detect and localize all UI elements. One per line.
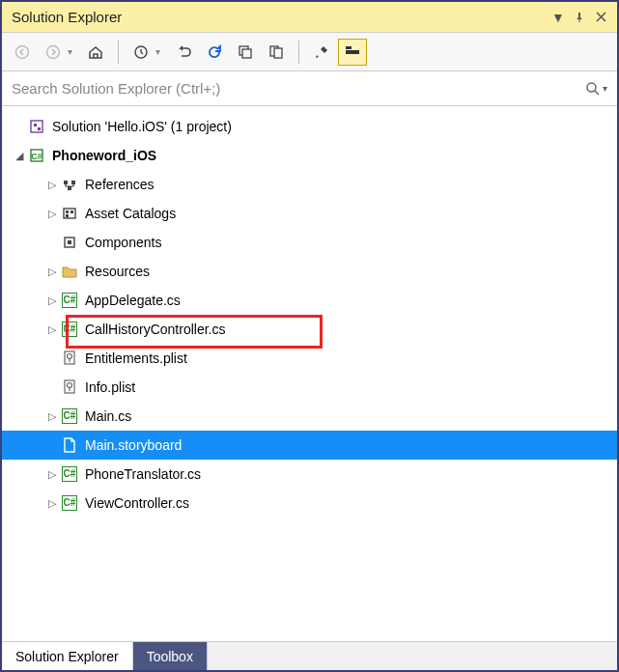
cs-icon: C# — [60, 495, 79, 511]
search-input[interactable] — [12, 80, 585, 97]
svg-rect-18 — [64, 209, 75, 218]
undo-button[interactable] — [169, 39, 198, 66]
tree-item[interactable]: ▷C#Main.cs — [2, 402, 617, 431]
solution-icon — [27, 119, 46, 134]
svg-point-9 — [587, 83, 596, 92]
expander-icon[interactable]: ▷ — [44, 315, 60, 344]
tree-label: Components — [85, 228, 161, 257]
svg-rect-4 — [242, 49, 251, 58]
tree-label: References — [85, 170, 155, 199]
history-dropdown-icon[interactable]: ▾ — [155, 46, 163, 57]
tab-toolbox[interactable]: Toolbox — [133, 642, 208, 670]
tree-label: Info.plist — [85, 373, 135, 402]
svg-rect-8 — [346, 46, 352, 49]
tree-item[interactable]: ▷C#CallHistoryController.cs — [2, 315, 617, 344]
tree-label: Resources — [85, 257, 150, 286]
tree-item[interactable]: ▷C#PhoneTranslator.cs — [2, 460, 617, 489]
tree-item[interactable]: ▷References — [2, 170, 617, 199]
tree-label: Asset Catalogs — [85, 199, 176, 228]
panel-title: Solution Explorer — [12, 9, 548, 25]
solution-node[interactable]: Solution 'Hello.iOS' (1 project) — [2, 112, 617, 141]
toolbar: ▾ ▾ — [2, 33, 617, 71]
collapse-all-button[interactable] — [231, 39, 260, 66]
properties-button[interactable] — [307, 39, 336, 66]
tree-item[interactable]: Entitlements.plist — [2, 344, 617, 373]
bottom-tabs: Solution Explorer Toolbox — [2, 641, 617, 670]
tree-label: Entitlements.plist — [85, 344, 187, 373]
expander-icon[interactable]: ▷ — [44, 286, 60, 315]
comp-icon — [60, 235, 79, 250]
project-node[interactable]: ◢ C# Phoneword_iOS — [2, 141, 617, 170]
expander-icon[interactable]: ▷ — [44, 257, 60, 286]
cs-icon: C# — [60, 466, 79, 482]
folder-icon — [60, 265, 79, 278]
home-button[interactable] — [81, 39, 110, 66]
refs-icon — [60, 177, 79, 192]
svg-rect-11 — [34, 124, 37, 126]
svg-rect-23 — [68, 240, 71, 244]
project-icon: C# — [27, 148, 46, 163]
tree-label: CallHistoryController.cs — [85, 315, 225, 344]
titlebar: Solution Explorer ▼ — [2, 2, 617, 33]
tree-label: AppDelegate.cs — [85, 286, 181, 315]
search-bar: ▾ — [2, 71, 617, 106]
search-icon[interactable]: ▾ — [585, 81, 607, 97]
expander-icon[interactable]: ◢ — [12, 141, 27, 170]
cs-icon: C# — [60, 408, 79, 424]
window-dropdown-icon[interactable]: ▼ — [548, 7, 569, 28]
file-icon — [60, 437, 79, 453]
expander-icon[interactable]: ▷ — [44, 402, 60, 431]
cs-icon: C# — [60, 293, 79, 308]
expander-icon[interactable]: ▷ — [44, 170, 60, 199]
expander-icon[interactable]: ▷ — [44, 199, 60, 228]
svg-text:C#: C# — [31, 152, 42, 161]
back-button[interactable] — [8, 39, 37, 66]
svg-point-0 — [16, 45, 29, 58]
plist-icon — [60, 379, 79, 395]
tree-item[interactable]: ▷Asset Catalogs — [2, 199, 617, 228]
svg-rect-20 — [70, 210, 73, 213]
svg-point-1 — [47, 45, 60, 58]
forward-button[interactable] — [39, 39, 68, 66]
tree-item[interactable]: ▷Resources — [2, 257, 617, 286]
svg-rect-21 — [66, 214, 69, 217]
tree-view[interactable]: Solution 'Hello.iOS' (1 project) ◢ C# Ph… — [2, 106, 617, 641]
tree-item[interactable]: ▷C#AppDelegate.cs — [2, 286, 617, 315]
tree-item[interactable]: Info.plist — [2, 373, 617, 402]
svg-rect-12 — [38, 127, 41, 130]
cs-icon: C# — [60, 322, 79, 337]
plist-icon — [60, 350, 79, 366]
history-button[interactable] — [127, 39, 155, 66]
tree-item[interactable]: ▷C#ViewController.cs — [2, 489, 617, 518]
tree-label: Phoneword_iOS — [52, 141, 156, 170]
tree-label: Main.storyboard — [85, 431, 182, 460]
svg-rect-15 — [64, 181, 68, 184]
svg-rect-19 — [66, 210, 69, 213]
tab-solution-explorer[interactable]: Solution Explorer — [2, 642, 133, 670]
close-icon[interactable] — [590, 7, 611, 28]
svg-rect-7 — [346, 50, 359, 54]
nav-dropdown-icon[interactable]: ▾ — [68, 46, 75, 57]
show-all-files-button[interactable] — [262, 39, 291, 66]
tree-label: Solution 'Hello.iOS' (1 project) — [52, 112, 232, 141]
expander-icon[interactable]: ▷ — [44, 460, 60, 489]
preview-button[interactable] — [338, 39, 367, 66]
svg-rect-6 — [274, 48, 282, 58]
tree-label: Main.cs — [85, 402, 131, 431]
expander-icon[interactable]: ▷ — [44, 489, 60, 518]
tree-label: ViewController.cs — [85, 489, 189, 518]
refresh-button[interactable] — [200, 39, 229, 66]
tree-label: PhoneTranslator.cs — [85, 460, 201, 489]
tree-item[interactable]: Main.storyboard — [2, 431, 617, 460]
tree-item[interactable]: Components — [2, 228, 617, 257]
svg-rect-16 — [71, 181, 75, 184]
ac-icon — [60, 206, 79, 221]
pin-icon[interactable] — [569, 7, 590, 28]
